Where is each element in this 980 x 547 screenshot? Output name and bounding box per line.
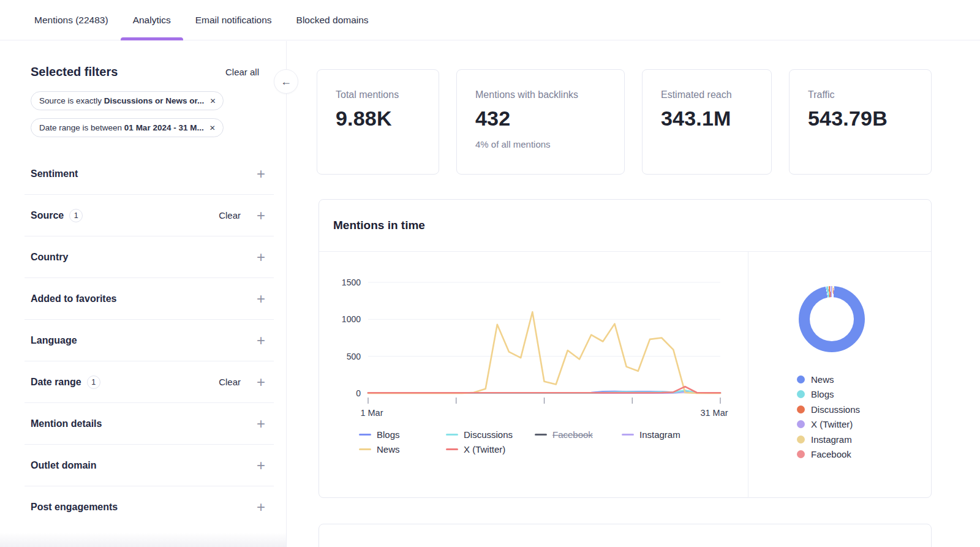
section-label: Mention details xyxy=(31,418,102,429)
section-label: Date range xyxy=(31,377,81,388)
filter-chip-date-range[interactable]: Date range is between 01 Mar 2024 - 31 M… xyxy=(31,118,224,137)
kpi-mentions-backlinks: Mentions with backlinks 432 4% of all me… xyxy=(456,69,625,175)
legend-line-swatch xyxy=(359,448,371,450)
legend-line-swatch xyxy=(446,434,458,436)
filters-sidebar: Selected filters Clear all Source is exa… xyxy=(24,40,274,547)
svg-text:1000: 1000 xyxy=(342,314,361,324)
kpi-label: Mentions with backlinks xyxy=(475,89,606,100)
legend-x-twitter[interactable]: X (Twitter) xyxy=(446,444,505,455)
legend-line-swatch xyxy=(446,448,458,450)
expand-plus-icon[interactable]: + xyxy=(257,293,265,305)
legend-label: News xyxy=(377,444,400,455)
filter-chips: Source is exactly Discussions or News or… xyxy=(31,91,274,137)
donut-legend: News Blogs Discussions X (Twitter) xyxy=(797,372,860,462)
filter-section-language: Language + xyxy=(24,320,274,361)
legend-instagram[interactable]: Instagram xyxy=(622,429,680,440)
filter-section-sentiment: Sentiment + xyxy=(24,153,274,195)
section-label: Outlet domain xyxy=(31,460,97,471)
brand-monitoring-app: Mentions (22483) Analytics Email notific… xyxy=(0,0,980,547)
tab-email-notifications[interactable]: Email notifications xyxy=(195,0,272,40)
legend-line-swatch xyxy=(622,434,634,436)
filter-count-badge: 1 xyxy=(87,375,100,389)
kpi-estimated-reach: Estimated reach 343.1M xyxy=(642,69,772,175)
donut-legend-x-twitter[interactable]: X (Twitter) xyxy=(797,417,860,432)
kpi-label: Total mentions xyxy=(336,89,420,100)
svg-text:500: 500 xyxy=(347,352,361,361)
legend-line-swatch xyxy=(359,434,371,436)
expand-plus-icon[interactable]: + xyxy=(257,209,265,222)
legend-dot-icon xyxy=(797,390,805,398)
mentions-line-chart: 0500100015001 Mar31 Mar xyxy=(319,252,748,423)
expand-plus-icon[interactable]: + xyxy=(257,251,265,263)
chip-text: Source is exactly Discussions or News or… xyxy=(39,96,204,105)
next-section-card xyxy=(318,524,932,547)
kpi-label: Estimated reach xyxy=(661,89,753,100)
svg-text:1500: 1500 xyxy=(342,277,361,287)
section-label: Added to favorites xyxy=(31,293,116,304)
tab-mentions[interactable]: Mentions (22483) xyxy=(34,0,108,40)
filters-header: Selected filters Clear all xyxy=(31,65,259,79)
clear-all-button[interactable]: Clear all xyxy=(225,67,259,77)
chip-text-bold: 01 Mar 2024 - 31 M... xyxy=(124,123,204,132)
kpi-cards-row: Total mentions 9.88K Mentions with backl… xyxy=(317,69,932,175)
legend-dot-icon xyxy=(797,420,805,428)
kpi-subtext: 4% of all mentions xyxy=(475,139,606,149)
section-label: Source xyxy=(31,210,64,221)
donut-legend-instagram[interactable]: Instagram xyxy=(797,432,860,447)
section-label: Language xyxy=(31,335,77,346)
legend-label: Facebook xyxy=(811,449,851,459)
donut-legend-blogs[interactable]: Blogs xyxy=(797,387,860,402)
filter-section-mention-details: Mention details + xyxy=(24,403,274,445)
legend-discussions[interactable]: Discussions xyxy=(446,429,513,440)
legend-news[interactable]: News xyxy=(359,444,400,455)
expand-plus-icon[interactable]: + xyxy=(257,334,265,347)
tab-blocked-domains[interactable]: Blocked domains xyxy=(296,0,369,40)
donut-legend-discussions[interactable]: Discussions xyxy=(797,402,860,417)
expand-plus-icon[interactable]: + xyxy=(257,418,265,430)
top-tab-bar: Mentions (22483) Analytics Email notific… xyxy=(0,0,980,40)
remove-filter-icon[interactable]: ✕ xyxy=(209,97,216,105)
expand-plus-icon[interactable]: + xyxy=(257,168,265,180)
legend-label: Discussions xyxy=(811,404,860,415)
filter-section-country: Country + xyxy=(24,236,274,278)
svg-text:31 Mar: 31 Mar xyxy=(700,408,728,418)
clear-section-button[interactable]: Clear xyxy=(219,377,241,387)
legend-label: Discussions xyxy=(464,429,513,440)
chip-text-prefix: Source is exactly xyxy=(39,96,102,105)
chip-text-prefix: Date range is between xyxy=(39,123,122,132)
filter-chip-source[interactable]: Source is exactly Discussions or News or… xyxy=(31,91,224,110)
legend-dot-icon xyxy=(797,406,805,413)
legend-label: Blogs xyxy=(811,389,834,399)
legend-label: X (Twitter) xyxy=(464,444,505,455)
legend-label: Instagram xyxy=(811,434,852,445)
tab-analytics[interactable]: Analytics xyxy=(133,0,171,40)
card-body: 0500100015001 Mar31 Mar Blogs Discussion… xyxy=(319,252,931,498)
donut-legend-facebook[interactable]: Facebook xyxy=(797,447,860,462)
kpi-traffic: Traffic 543.79B xyxy=(789,69,932,175)
mentions-in-time-card: Mentions in time 0500100015001 Mar31 Mar… xyxy=(318,199,932,498)
clear-section-button[interactable]: Clear xyxy=(219,210,241,221)
donut-legend-news[interactable]: News xyxy=(797,372,860,387)
card-header: Mentions in time xyxy=(319,200,931,252)
filter-section-post-engagements: Post engagements + xyxy=(24,486,274,528)
chip-text: Date range is between 01 Mar 2024 - 31 M… xyxy=(39,123,204,132)
expand-plus-icon[interactable]: + xyxy=(257,459,265,472)
legend-label: News xyxy=(811,374,834,385)
expand-plus-icon[interactable]: + xyxy=(257,376,265,388)
card-title: Mentions in time xyxy=(333,219,425,232)
legend-facebook-disabled[interactable]: Facebook xyxy=(535,429,593,440)
legend-blogs[interactable]: Blogs xyxy=(359,429,400,440)
selected-filters-title: Selected filters xyxy=(31,65,118,79)
filter-section-date-range: Date range 1 Clear + xyxy=(24,361,274,403)
section-label: Post engagements xyxy=(31,502,118,513)
legend-label: Blogs xyxy=(377,429,400,440)
remove-filter-icon[interactable]: ✕ xyxy=(209,124,216,132)
filter-count-badge: 1 xyxy=(69,209,83,222)
legend-dot-icon xyxy=(797,450,805,458)
filter-section-outlet-domain: Outlet domain + xyxy=(24,445,274,486)
collapse-sidebar-button[interactable]: ← xyxy=(274,69,298,94)
kpi-label: Traffic xyxy=(808,89,913,100)
svg-text:0: 0 xyxy=(356,388,361,398)
filter-sections: Sentiment + Source 1 Clear + Country + A… xyxy=(24,153,274,528)
expand-plus-icon[interactable]: + xyxy=(257,501,265,513)
